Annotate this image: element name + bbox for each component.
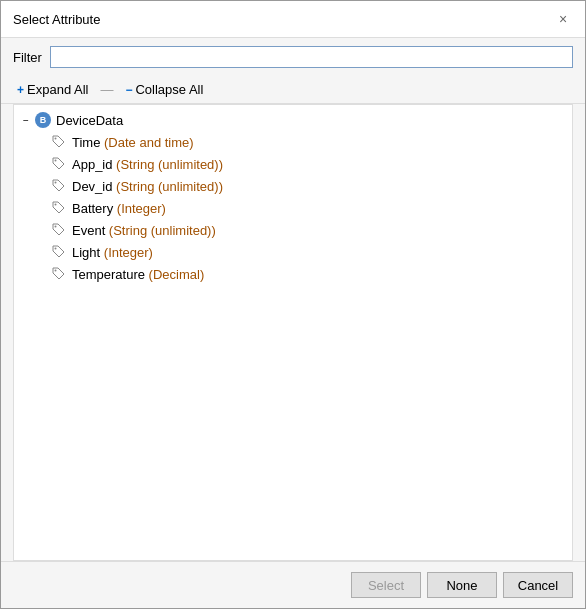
- list-item[interactable]: Temperature (Decimal): [14, 263, 572, 285]
- item-label-battery: Battery (Integer): [72, 201, 166, 216]
- collapse-all-button[interactable]: − Collapse All: [121, 80, 207, 99]
- toolbar-separator: —: [100, 82, 113, 97]
- close-button[interactable]: ×: [553, 9, 573, 29]
- tag-icon-battery: [50, 199, 68, 217]
- dialog-title: Select Attribute: [13, 12, 100, 27]
- title-bar: Select Attribute ×: [1, 1, 585, 38]
- expand-all-button[interactable]: + Expand All: [13, 80, 92, 99]
- item-label-event: Event (String (unlimited)): [72, 223, 216, 238]
- select-button[interactable]: Select: [351, 572, 421, 598]
- expand-all-label: Expand All: [27, 82, 88, 97]
- tag-icon-temperature: [50, 265, 68, 283]
- database-icon: B: [34, 111, 52, 129]
- root-label: DeviceData: [56, 113, 123, 128]
- item-label-appid: App_id (String (unlimited)): [72, 157, 223, 172]
- list-item[interactable]: Light (Integer): [14, 241, 572, 263]
- tree-root-item[interactable]: − B DeviceData: [14, 109, 572, 131]
- list-item[interactable]: App_id (String (unlimited)): [14, 153, 572, 175]
- cancel-button[interactable]: Cancel: [503, 572, 573, 598]
- list-item[interactable]: Dev_id (String (unlimited)): [14, 175, 572, 197]
- item-label-time: Time (Date and time): [72, 135, 194, 150]
- filter-label: Filter: [13, 50, 42, 65]
- tag-icon-event: [50, 221, 68, 239]
- item-label-light: Light (Integer): [72, 245, 153, 260]
- svg-point-3: [55, 204, 57, 206]
- svg-point-2: [55, 182, 57, 184]
- filter-input[interactable]: [50, 46, 573, 68]
- tag-icon-appid: [50, 155, 68, 173]
- filter-row: Filter: [1, 38, 585, 76]
- select-attribute-dialog: Select Attribute × Filter + Expand All —…: [0, 0, 586, 609]
- svg-point-6: [55, 270, 57, 272]
- svg-point-1: [55, 160, 57, 162]
- root-expand-icon: −: [18, 115, 34, 126]
- list-item[interactable]: Time (Date and time): [14, 131, 572, 153]
- svg-point-5: [55, 248, 57, 250]
- collapse-icon: −: [125, 83, 132, 97]
- svg-point-0: [55, 138, 57, 140]
- tag-icon-devid: [50, 177, 68, 195]
- tag-icon-time: [50, 133, 68, 151]
- tag-icon-light: [50, 243, 68, 261]
- svg-point-4: [55, 226, 57, 228]
- expand-icon: +: [17, 83, 24, 97]
- item-label-devid: Dev_id (String (unlimited)): [72, 179, 223, 194]
- none-button[interactable]: None: [427, 572, 497, 598]
- list-item[interactable]: Event (String (unlimited)): [14, 219, 572, 241]
- list-item[interactable]: Battery (Integer): [14, 197, 572, 219]
- tree-container[interactable]: − B DeviceData Time (Date and time): [13, 104, 573, 561]
- collapse-all-label: Collapse All: [135, 82, 203, 97]
- item-label-temperature: Temperature (Decimal): [72, 267, 204, 282]
- toolbar-row: + Expand All — − Collapse All: [1, 76, 585, 104]
- bottom-bar: Select None Cancel: [1, 561, 585, 608]
